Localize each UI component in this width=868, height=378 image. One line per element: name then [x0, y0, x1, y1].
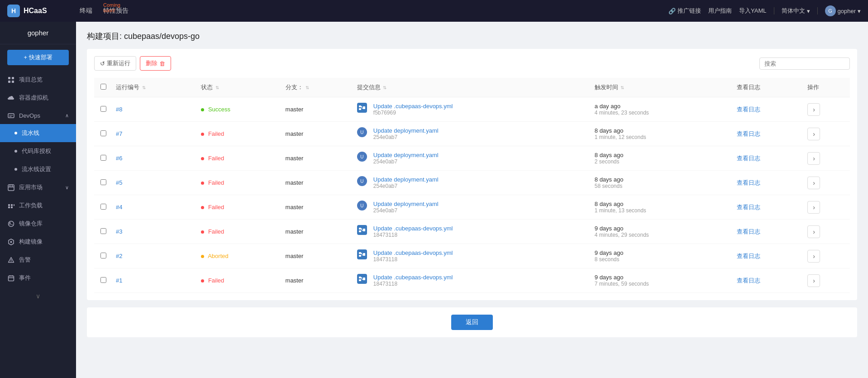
import-yaml-btn[interactable]: 导入YAML [739, 7, 766, 15]
sidebar-item-build-image[interactable]: 构建镜像 [0, 233, 76, 251]
sidebar-item-pipeline[interactable]: 流水线 [0, 124, 76, 142]
view-log-link[interactable]: 查看日志 [737, 277, 760, 284]
row-check-cell [94, 244, 112, 268]
row-checkbox[interactable] [100, 228, 106, 234]
detail-button[interactable]: › [807, 177, 820, 189]
search-input[interactable] [759, 57, 850, 70]
commit-avatar: U [357, 152, 367, 162]
run-no-link[interactable]: #5 [116, 179, 122, 186]
rerun-button[interactable]: ↺ 重新运行 [94, 56, 136, 71]
commit-msg[interactable]: Update .cubepaas-devops.yml [373, 274, 453, 281]
commit-msg[interactable]: Update .cubepaas-devops.yml [373, 103, 453, 110]
svg-rect-26 [359, 279, 361, 281]
row-checkbox[interactable] [100, 204, 106, 210]
language-selector[interactable]: 简体中文 ▾ [782, 7, 810, 15]
detail-button[interactable]: › [807, 152, 820, 165]
sort-time-icon[interactable]: ⇅ [620, 85, 624, 90]
row-checkbox[interactable] [100, 253, 106, 258]
status-dot [201, 206, 204, 209]
sidebar-item-container-vm[interactable]: 容器虚拟机 [0, 89, 76, 107]
row-checkbox[interactable] [100, 106, 106, 112]
select-all-checkbox[interactable] [100, 84, 106, 90]
row-checkbox[interactable] [100, 179, 106, 185]
detail-button[interactable]: › [807, 250, 820, 263]
view-log-link[interactable]: 查看日志 [737, 253, 760, 259]
commit-msg[interactable]: Update deployment.yaml [373, 152, 439, 158]
view-log-link[interactable]: 查看日志 [737, 130, 760, 137]
avatar: G [825, 5, 836, 16]
divider2 [817, 7, 818, 14]
commit-cell: U Update deployment.yaml 254e0ab7 [353, 195, 591, 220]
run-no-link[interactable]: #2 [116, 253, 122, 259]
sidebar-item-pipeline-settings[interactable]: 流水线设置 [0, 160, 76, 178]
detail-button[interactable]: › [807, 201, 820, 214]
commit-msg[interactable]: Update deployment.yaml [373, 176, 439, 183]
commit-msg[interactable]: Update .cubepaas-devops.yml [373, 249, 453, 256]
back-button[interactable]: 返回 [451, 315, 493, 330]
sidebar-item-label: 工作负载 [19, 201, 43, 210]
detail-button[interactable]: › [807, 103, 820, 116]
sidebar-item-image-repo[interactable]: 镜像仓库 [0, 215, 76, 233]
run-no-link[interactable]: #3 [116, 228, 122, 235]
svg-rect-21 [363, 229, 365, 231]
sidebar-item-app-market[interactable]: 应用市场 ∨ [0, 178, 76, 196]
detail-button[interactable]: › [807, 225, 820, 238]
run-no-link[interactable]: #6 [116, 155, 122, 162]
sort-commit-icon[interactable]: ⇅ [383, 85, 386, 90]
row-checkbox[interactable] [100, 155, 106, 161]
run-no-link[interactable]: #8 [116, 106, 122, 113]
nav-terminal[interactable]: 终端 [80, 7, 92, 15]
view-log-link[interactable]: 查看日志 [737, 228, 760, 235]
quick-deploy-button[interactable]: + 快速部署 [7, 50, 69, 65]
detail-button[interactable]: › [807, 274, 820, 287]
status-cell: Failed [197, 171, 281, 195]
status-cell: Failed [197, 122, 281, 146]
user-guide-btn[interactable]: 用户指南 [708, 7, 732, 15]
action-cell: › [804, 122, 850, 146]
table-row: #2 Aborted master [94, 244, 850, 268]
sidebar-item-devops[interactable]: DevOps ∧ [0, 107, 76, 124]
sort-status-icon[interactable]: ⇅ [215, 85, 219, 90]
sidebar-item-alert[interactable]: 告警 [0, 251, 76, 269]
cloud-icon [7, 94, 14, 101]
user-menu[interactable]: G gopher ▾ [825, 5, 861, 16]
sidebar-more-btn[interactable]: ∨ [0, 289, 76, 303]
promote-link-btn[interactable]: 🔗 推广链接 [668, 7, 701, 15]
view-log-link[interactable]: 查看日志 [737, 155, 760, 162]
delete-button[interactable]: 删除 🗑 [140, 56, 171, 71]
svg-rect-16 [359, 105, 361, 107]
sidebar-item-event[interactable]: 事件 [0, 269, 76, 287]
view-log-link[interactable]: 查看日志 [737, 106, 760, 113]
pipeline-runs-card: ↺ 重新运行 删除 🗑 运行编号 [87, 49, 857, 300]
view-log-link[interactable]: 查看日志 [737, 204, 760, 211]
view-log-link[interactable]: 查看日志 [737, 179, 760, 186]
table-row: #8 Success master [94, 97, 850, 122]
sidebar-item-repo-auth[interactable]: 代码库授权 [0, 142, 76, 160]
commit-msg[interactable]: Update .cubepaas-devops.yml [373, 225, 453, 232]
sidebar-item-overview[interactable]: 项目总览 [0, 71, 76, 89]
topnav-right: 🔗 推广链接 用户指南 导入YAML 简体中文 ▾ G gopher ▾ [668, 5, 861, 16]
status-cell: Aborted [197, 244, 281, 268]
run-no-link[interactable]: #4 [116, 204, 122, 211]
detail-button[interactable]: › [807, 128, 820, 140]
status-dot [201, 230, 204, 234]
status-cell: Failed [197, 146, 281, 171]
commit-msg[interactable]: Update deployment.yaml [373, 201, 439, 207]
sort-run-no-icon[interactable]: ⇅ [142, 85, 146, 90]
row-checkbox[interactable] [100, 277, 106, 283]
sort-branch-icon[interactable]: ⇅ [305, 85, 309, 90]
run-no-cell: #2 [112, 244, 197, 268]
run-no-link[interactable]: #1 [116, 277, 122, 284]
sidebar-item-label: 项目总览 [19, 76, 43, 84]
table-row: #4 Failed master U Update deployment.yam… [94, 195, 850, 220]
nav-features[interactable]: 特性预告 Coming soon! [103, 7, 129, 15]
row-checkbox[interactable] [100, 130, 106, 136]
main-content: 构建项目: cubepaas/devops-go ↺ 重新运行 删除 🗑 [76, 22, 868, 378]
commit-msg[interactable]: Update deployment.yaml [373, 127, 439, 134]
time-sub: 8 seconds [595, 256, 730, 263]
user-chevron-icon: ▾ [858, 8, 861, 14]
sidebar-item-workload[interactable]: 工作负载 [0, 196, 76, 215]
sidebar-username: gopher [0, 22, 76, 44]
run-no-link[interactable]: #7 [116, 130, 122, 137]
view-log-cell: 查看日志 [733, 220, 804, 244]
